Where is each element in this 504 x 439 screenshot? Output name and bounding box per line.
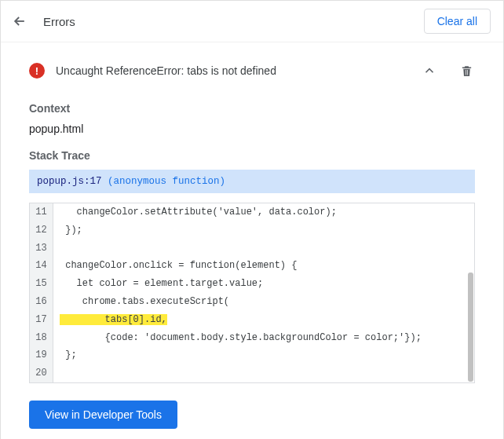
code-text: changeColor.setAttribute('value', data.c… [53, 203, 474, 221]
line-number: 12 [30, 221, 53, 240]
line-number: 11 [30, 203, 53, 221]
code-line: 16 chrome.tabs.executeScript( [30, 293, 474, 311]
error-icon: ! [29, 63, 45, 79]
stack-file: popup.js:17 [37, 176, 102, 187]
code-text: {code: 'document.body.style.backgroundCo… [53, 329, 474, 347]
code-text: let color = element.target.value; [53, 275, 474, 293]
line-number: 13 [30, 240, 53, 258]
page-title: Errors [43, 15, 75, 28]
code-line: 11 changeColor.setAttribute('value', dat… [30, 203, 474, 221]
scrollbar[interactable] [468, 273, 473, 382]
chevron-up-icon[interactable] [420, 61, 439, 80]
code-text [53, 240, 474, 258]
line-number: 15 [30, 275, 53, 293]
code-text: }); [53, 221, 474, 240]
code-text: changeColor.onclick = function(element) … [53, 257, 474, 275]
delete-icon[interactable] [458, 62, 475, 79]
code-snippet: 11 changeColor.setAttribute('value', dat… [29, 203, 475, 383]
code-text: }; [53, 346, 474, 364]
line-number: 20 [30, 364, 53, 382]
view-devtools-button[interactable]: View in Developer Tools [29, 401, 177, 429]
clear-all-button[interactable]: Clear all [424, 9, 491, 34]
code-line: 13 [30, 240, 474, 258]
line-number: 18 [30, 329, 53, 347]
code-line: 18 {code: 'document.body.style.backgroun… [30, 329, 474, 347]
code-line: 15 let color = element.target.value; [30, 275, 474, 293]
line-number: 16 [30, 293, 53, 311]
context-value: popup.html [29, 123, 475, 135]
context-label: Context [29, 102, 475, 115]
code-text: chrome.tabs.executeScript( [53, 293, 474, 311]
code-line: 17 tabs[0].id, [30, 311, 474, 329]
stack-fn: (anonymous function) [102, 176, 226, 187]
line-number: 14 [30, 257, 53, 275]
error-item: ! Uncaught ReferenceError: tabs is not d… [29, 58, 475, 94]
line-number: 19 [30, 346, 53, 364]
code-line: 14 changeColor.onclick = function(elemen… [30, 257, 474, 275]
stack-frame[interactable]: popup.js:17 (anonymous function) [29, 170, 475, 193]
error-message: Uncaught ReferenceError: tabs is not def… [56, 64, 409, 77]
code-text [53, 364, 474, 382]
code-line: 20 [30, 364, 474, 382]
line-number: 17 [30, 311, 53, 329]
code-text: tabs[0].id, [53, 311, 474, 329]
stack-trace-label: Stack Trace [29, 149, 475, 162]
code-line: 19 }; [30, 346, 474, 364]
code-line: 12 }); [30, 221, 474, 240]
back-arrow-icon[interactable] [10, 12, 29, 31]
